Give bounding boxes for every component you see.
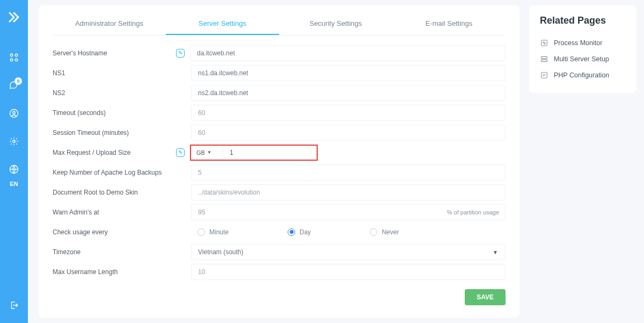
svg-point-0 (10, 54, 13, 56)
radio-day[interactable]: Day (288, 228, 311, 236)
hostname-input[interactable] (190, 45, 506, 61)
timeout-input[interactable] (191, 105, 506, 121)
timezone-select[interactable] (191, 244, 506, 260)
svg-point-3 (15, 59, 18, 61)
tab-security[interactable]: Security Settings (279, 15, 392, 35)
max-username-label: Max Username Length (53, 268, 171, 276)
settings-panel: Administrator Settings Server Settings S… (39, 5, 519, 318)
timeout-label: Timeout (seconds) (53, 109, 171, 117)
unit-value: GB (196, 149, 205, 156)
warn-admin-label: Warn Admin's at (53, 209, 171, 216)
radio-never[interactable]: Never (370, 228, 399, 236)
hostname-label: Server's Hostname (53, 49, 171, 57)
session-timeout-input[interactable] (191, 125, 506, 141)
max-upload-label: Max Request / Upload Size (53, 149, 171, 156)
lang-label[interactable]: EN (10, 181, 18, 187)
doc-root-label: Document Root to Demo Skin (53, 189, 171, 196)
radio-minute[interactable]: Minute (197, 228, 229, 236)
log-backups-input[interactable] (191, 164, 506, 181)
svg-rect-9 (541, 56, 547, 59)
chevron-down-icon: ▼ (207, 150, 211, 155)
ns1-label: NS1 (53, 69, 171, 77)
logo-icon[interactable] (8, 11, 20, 26)
svg-rect-11 (541, 73, 547, 78)
related-pages-panel: Related Pages Process Monitor Multi Serv… (529, 5, 636, 93)
svg-point-6 (13, 140, 16, 143)
doc-root-input[interactable] (191, 184, 506, 200)
warn-admin-suffix: % of partition usage (447, 209, 499, 216)
nav-globe-icon[interactable] (9, 164, 19, 176)
process-icon (540, 39, 548, 47)
session-timeout-label: Session Timeout (minutes) (53, 129, 171, 137)
timezone-label: Timezone (53, 248, 171, 256)
svg-point-1 (15, 54, 18, 56)
nav-logout-icon[interactable] (9, 300, 19, 312)
server-icon (540, 55, 548, 63)
tabs: Administrator Settings Server Settings S… (53, 15, 506, 35)
svg-rect-10 (541, 60, 547, 62)
check-usage-label: Check usage every (53, 228, 171, 236)
max-upload-input[interactable] (223, 146, 317, 160)
ns1-input[interactable] (191, 65, 506, 81)
link-multi-server[interactable]: Multi Server Setup (540, 51, 626, 67)
ns2-label: NS2 (53, 89, 171, 97)
svg-point-4 (10, 110, 18, 118)
unit-select[interactable]: GB ▼ (191, 146, 223, 160)
sidebar: 8 EN (0, 0, 28, 323)
max-upload-highlight: GB ▼ (190, 145, 318, 161)
nav-dashboard-icon[interactable] (9, 53, 19, 64)
check-usage-radios: Minute Day Never (191, 228, 506, 236)
link-php-config[interactable]: PHP Configuration (540, 67, 626, 83)
nav-messages-icon[interactable]: 8 (9, 81, 19, 92)
svg-point-5 (13, 111, 16, 114)
ns2-input[interactable] (191, 85, 506, 101)
max-username-input[interactable] (191, 264, 506, 280)
info-icon[interactable]: ✎ (176, 49, 185, 58)
related-title: Related Pages (540, 15, 626, 26)
tab-email[interactable]: E-mail Settings (392, 15, 506, 35)
tab-administrator[interactable]: Administrator Settings (53, 15, 166, 35)
tab-server[interactable]: Server Settings (166, 15, 279, 35)
nav-settings-icon[interactable] (9, 137, 19, 148)
info-icon[interactable]: ✎ (176, 148, 185, 157)
log-backups-label: Keep Number of Apache Log Backups (53, 169, 171, 176)
save-button[interactable]: SAVE (465, 289, 506, 305)
config-icon (540, 71, 548, 79)
svg-point-2 (10, 59, 13, 61)
link-process-monitor[interactable]: Process Monitor (540, 35, 626, 51)
nav-user-icon[interactable] (9, 109, 19, 120)
messages-badge: 8 (14, 77, 22, 85)
